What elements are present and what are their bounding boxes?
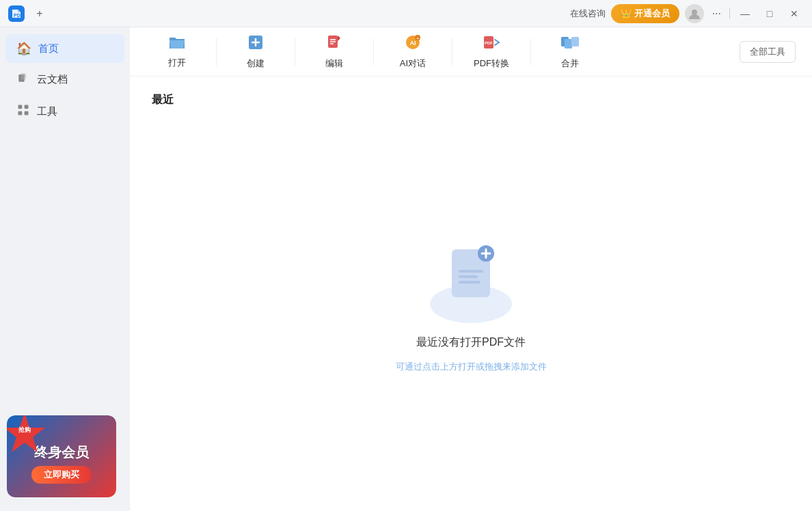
open-button[interactable]: 打开 — [146, 33, 208, 71]
toolbar-divider-4 — [452, 38, 452, 66]
merge-docs-icon — [560, 34, 580, 51]
recent-title: 最近 — [152, 93, 790, 107]
crown-icon: 👑 — [621, 8, 632, 18]
svg-point-2 — [692, 10, 697, 15]
sidebar-item-home[interactable]: 🏠 首页 — [5, 34, 124, 63]
create-label: 创建 — [247, 57, 265, 70]
edit-button[interactable]: 编辑 — [303, 33, 365, 71]
titlebar-left: PDF + — [8, 4, 49, 23]
app-icon: PDF — [8, 5, 25, 22]
titlebar-right: 在线咨询 👑 开通会员 ··· — □ ✕ — [570, 4, 804, 23]
sidebar-item-label: 云文档 — [37, 73, 68, 86]
sidebar: 🏠 首页 云文档 工具 — [0, 27, 130, 511]
pdf-convert-label: PDF转换 — [474, 57, 509, 70]
close-button[interactable]: ✕ — [785, 4, 804, 23]
svg-text:✦: ✦ — [416, 36, 419, 40]
pdf-icon: PDF — [483, 34, 500, 51]
promo-buy-button[interactable]: 立即购买 — [31, 466, 92, 484]
sidebar-item-label: 工具 — [37, 105, 57, 118]
online-consult-link[interactable]: 在线咨询 — [570, 8, 606, 20]
edit-label: 编辑 — [325, 57, 343, 70]
home-icon: 🏠 — [16, 41, 31, 56]
svg-rect-5 — [18, 105, 23, 109]
empty-illustration — [416, 236, 526, 324]
ai-icon: AI ✦ — [404, 34, 422, 51]
all-tools-button[interactable]: 全部工具 — [740, 41, 796, 63]
open-label: 打开 — [168, 57, 186, 69]
svg-rect-23 — [565, 39, 572, 49]
maximize-button[interactable]: □ — [760, 4, 779, 23]
svg-rect-4 — [21, 73, 26, 79]
recent-section: 最近 — [130, 77, 812, 511]
tools-icon — [16, 103, 30, 120]
open-icon — [168, 35, 186, 54]
cloud-icon — [16, 71, 30, 88]
main-layout: 🏠 首页 云文档 工具 — [0, 27, 812, 511]
titlebar: PDF + 在线咨询 👑 开通会员 ··· — □ ✕ — [0, 0, 812, 27]
svg-rect-8 — [25, 111, 29, 115]
folder-open-icon — [168, 35, 186, 50]
pdf-convert-icon: PDF — [483, 34, 500, 55]
svg-rect-28 — [459, 275, 478, 278]
toolbar-divider-5 — [530, 38, 531, 66]
toolbar-divider-1 — [216, 38, 217, 66]
promo-banner[interactable]: 抢购 终身会员 立即购买 — [7, 415, 116, 497]
ai-chat-icon: AI ✦ — [404, 34, 422, 55]
user-avatar[interactable] — [685, 4, 704, 23]
avatar-icon — [688, 7, 701, 20]
grid-icon — [16, 103, 30, 117]
new-tab-button[interactable]: + — [30, 4, 49, 23]
svg-text:PDF: PDF — [14, 13, 24, 18]
more-options-button[interactable]: ··· — [709, 5, 724, 23]
edit-icon — [326, 34, 342, 55]
merge-label: 合并 — [561, 57, 579, 70]
svg-text:抢购: 抢购 — [18, 426, 31, 433]
sidebar-item-tools[interactable]: 工具 — [5, 96, 124, 127]
sidebar-item-label: 首页 — [38, 42, 59, 55]
sidebar-item-cloud[interactable]: 云文档 — [5, 64, 124, 95]
merge-icon — [560, 34, 580, 55]
edit-doc-icon — [326, 34, 342, 51]
svg-rect-29 — [459, 281, 481, 284]
vip-button[interactable]: 👑 开通会员 — [611, 4, 679, 23]
merge-button[interactable]: 合并 — [539, 33, 601, 71]
minimize-button[interactable]: — — [735, 4, 755, 23]
svg-rect-7 — [18, 111, 23, 115]
svg-rect-24 — [571, 37, 579, 46]
promo-star-icon: 抢购 — [7, 415, 45, 454]
empty-sub-text: 可通过点击上方打开或拖拽来添加文件 — [396, 361, 547, 373]
ai-chat-label: AI对话 — [400, 57, 426, 70]
create-icon — [247, 34, 264, 55]
toolbar-divider-3 — [373, 38, 374, 66]
titlebar-divider — [729, 8, 730, 19]
svg-text:PDF: PDF — [485, 41, 493, 45]
svg-marker-9 — [7, 415, 45, 452]
empty-main-text: 最近没有打开PDF文件 — [416, 335, 526, 350]
content-area: 打开 创建 — [130, 27, 812, 511]
promo-background: 抢购 终身会员 立即购买 — [7, 415, 116, 497]
pdf-convert-button[interactable]: PDF PDF转换 — [461, 33, 522, 71]
svg-rect-27 — [459, 270, 483, 273]
svg-text:AI: AI — [410, 40, 416, 46]
plus-square-icon — [247, 34, 264, 51]
cloud-doc-icon — [16, 71, 30, 85]
svg-rect-6 — [25, 105, 29, 109]
empty-state: 最近没有打开PDF文件 可通过点击上方打开或拖拽来添加文件 — [152, 124, 790, 484]
toolbar-divider-2 — [295, 38, 295, 66]
ai-chat-button[interactable]: AI ✦ AI对话 — [382, 33, 444, 71]
create-button[interactable]: 创建 — [225, 33, 286, 71]
toolbar: 打开 创建 — [130, 27, 812, 77]
